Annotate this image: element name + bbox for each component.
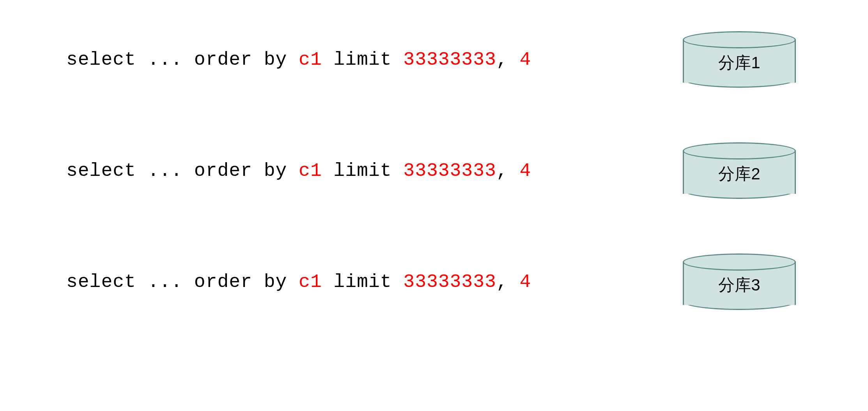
sql-count: 4: [519, 160, 531, 181]
database-icon-wrap-3: 分库3: [677, 253, 802, 310]
sql-mid: limit: [322, 160, 404, 181]
sql-offset: 33333333: [403, 271, 496, 292]
sql-mid: limit: [322, 271, 404, 292]
sql-prefix: select ... order by: [66, 160, 299, 181]
database-label: 分库2: [718, 163, 760, 185]
database-cylinder-icon: 分库1: [683, 31, 796, 88]
sql-prefix: select ... order by: [66, 49, 299, 70]
database-label: 分库1: [718, 52, 760, 74]
sql-comma: ,: [496, 271, 520, 292]
sql-column: c1: [299, 49, 322, 70]
sql-column: c1: [299, 160, 322, 181]
sql-statement-3: select ... order by c1 limit 33333333, 4: [66, 271, 531, 292]
sql-offset: 33333333: [403, 160, 496, 181]
sql-mid: limit: [322, 49, 404, 70]
query-row-1: select ... order by c1 limit 33333333, 4…: [66, 31, 802, 88]
database-cylinder-icon: 分库2: [683, 142, 796, 199]
database-label: 分库3: [718, 274, 760, 296]
query-row-2: select ... order by c1 limit 33333333, 4…: [66, 142, 802, 199]
database-icon-wrap-2: 分库2: [677, 142, 802, 199]
sql-comma: ,: [496, 49, 520, 70]
sql-statement-2: select ... order by c1 limit 33333333, 4: [66, 160, 531, 181]
query-row-3: select ... order by c1 limit 33333333, 4…: [66, 253, 802, 310]
database-icon-wrap-1: 分库1: [677, 31, 802, 88]
sql-offset: 33333333: [403, 49, 496, 70]
cylinder-top: [683, 31, 796, 48]
cylinder-top: [683, 142, 796, 159]
sql-prefix: select ... order by: [66, 271, 299, 292]
cylinder-top: [683, 253, 796, 271]
sql-count: 4: [519, 49, 531, 70]
sql-column: c1: [299, 271, 322, 292]
database-cylinder-icon: 分库3: [683, 253, 796, 310]
diagram-container: select ... order by c1 limit 33333333, 4…: [66, 31, 802, 365]
sql-count: 4: [519, 271, 531, 292]
sql-statement-1: select ... order by c1 limit 33333333, 4: [66, 49, 531, 70]
sql-comma: ,: [496, 160, 520, 181]
